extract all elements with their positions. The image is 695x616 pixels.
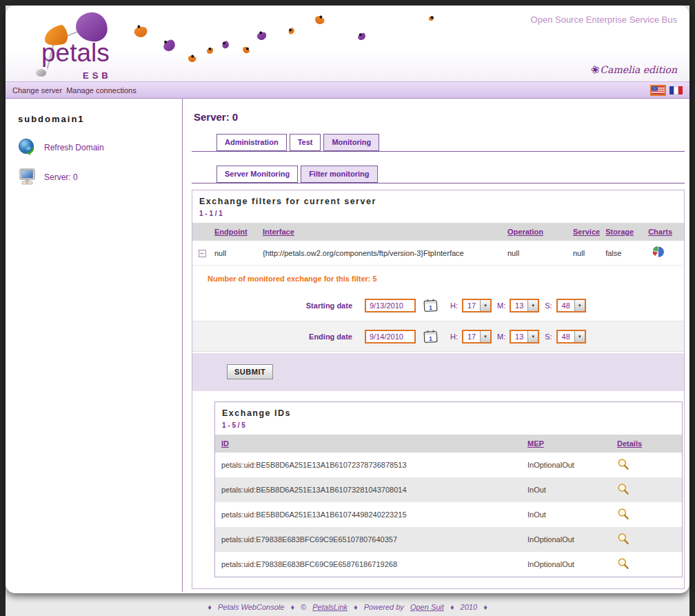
chevron-down-icon[interactable]: ▼ — [527, 300, 538, 311]
tab-administration[interactable]: Administration — [216, 134, 287, 151]
petal-decoration — [314, 14, 325, 26]
server-monitor-icon — [18, 168, 37, 186]
svg-text:1: 1 — [429, 304, 432, 311]
calendar-icon[interactable]: 1 — [423, 329, 439, 344]
minutes-label: M: — [497, 301, 505, 310]
collapse-icon[interactable]: − — [199, 250, 206, 257]
chevron-down-icon[interactable]: ▼ — [574, 331, 585, 342]
petal-decoration — [358, 33, 366, 41]
sidebar-item-server-0[interactable]: Server: 0 — [18, 168, 182, 186]
filter-row: − null {http://petals.ow2.org/components… — [192, 241, 684, 265]
exchange-ids-pagination: 1 - 5 / 5 — [215, 419, 682, 435]
ending-date-label: Ending date — [192, 332, 352, 341]
diamond-icon: ♦ — [354, 603, 358, 611]
mep-cell: InOut — [521, 502, 611, 527]
ending-date-input[interactable] — [365, 330, 416, 344]
tab-server-monitoring[interactable]: Server Monitoring — [216, 166, 298, 183]
brand-sub: ESB — [83, 70, 112, 81]
powered-by-label: Powered by — [364, 603, 404, 611]
magnifier-icon[interactable] — [617, 458, 629, 470]
magnifier-icon[interactable] — [617, 483, 629, 495]
submit-button[interactable]: SUBMIT — [227, 364, 273, 379]
hours-label: H: — [450, 301, 458, 310]
logo-purple-petal — [75, 11, 109, 42]
starting-seconds-select[interactable]: 48 ▼ — [556, 299, 586, 312]
petal-decoration — [242, 46, 250, 54]
submit-area: SUBMIT — [192, 353, 684, 391]
magnifier-icon[interactable] — [617, 557, 629, 570]
starting-minutes-select[interactable]: 13 ▼ — [510, 299, 539, 312]
filters-table: Endpoint Interface Operation Service Sto… — [192, 223, 684, 265]
magnifier-icon[interactable] — [617, 533, 629, 545]
page-title: Server: 0 — [194, 111, 685, 123]
tab-filter-monitoring[interactable]: Filter monitoring — [301, 166, 377, 183]
tab-monitoring[interactable]: Monitoring — [323, 134, 379, 151]
copyright-symbol: © — [301, 603, 306, 611]
app-header: petals ESB Open Source Enterprise Servic… — [6, 6, 689, 81]
mep-cell: InOptionalOut — [521, 552, 611, 577]
chevron-down-icon[interactable]: ▼ — [480, 300, 490, 311]
filters-pagination: 1 - 1 / 1 — [192, 208, 684, 223]
diamond-icon: ♦ — [450, 603, 454, 611]
sidebar-item-label: Refresh Domain — [44, 143, 104, 152]
change-server-link[interactable]: Change server — [12, 86, 62, 95]
pie-chart-icon[interactable] — [652, 246, 664, 258]
footer-year: 2010 — [461, 603, 477, 611]
exchange-id-row: petals:uid:E79838E683BFC69C9E65107807640… — [215, 527, 682, 552]
edition-label: ❀Camelia edition — [591, 63, 677, 76]
column-storage[interactable]: Storage — [605, 228, 634, 236]
column-charts[interactable]: Charts — [648, 228, 672, 236]
starting-hours-select[interactable]: 17 ▼ — [462, 299, 492, 312]
mep-cell: InOptionalOut — [521, 527, 611, 552]
id-cell: petals:uid:E79838E683BFC69C9E65107807640… — [215, 527, 521, 552]
interface-cell: {http://petals.ow2.org/components/ftp/ve… — [260, 241, 505, 265]
petals-esb-logo: petals ESB — [34, 11, 179, 80]
petalslink-link[interactable]: PetalsLink — [312, 603, 348, 611]
column-interface[interactable]: Interface — [263, 228, 294, 236]
column-endpoint[interactable]: Endpoint — [214, 228, 248, 236]
exchange-ids-table: ID MEP Details petals:uid:BE5B8D6A251E13… — [215, 435, 682, 577]
chevron-down-icon[interactable]: ▼ — [527, 331, 538, 342]
starting-date-input[interactable] — [365, 299, 416, 312]
tab-test[interactable]: Test — [290, 134, 321, 151]
diamond-icon: ♦ — [483, 603, 487, 611]
diamond-icon: ♦ — [208, 603, 212, 611]
id-cell: petals:uid:E79838E683BFC69C9E65876186719… — [215, 552, 521, 577]
sidebar-item-refresh-domain[interactable]: Refresh Domain — [18, 138, 182, 157]
chevron-down-icon[interactable]: ▼ — [480, 331, 490, 342]
open-suit-link[interactable]: Open Suit — [410, 603, 444, 611]
chevron-down-icon[interactable]: ▼ — [574, 300, 585, 311]
column-id[interactable]: ID — [221, 439, 229, 448]
id-cell: petals:uid:BE5B8D6A251E13A1B610744982402… — [215, 502, 521, 527]
exchange-ids-title: Exchange IDs — [215, 402, 682, 419]
ending-seconds-select[interactable]: 48 ▼ — [556, 330, 586, 344]
english-flag-icon[interactable] — [652, 86, 665, 95]
magnifier-icon[interactable] — [617, 508, 629, 520]
column-operation[interactable]: Operation — [507, 228, 543, 236]
primary-tabs: Administration Test Monitoring — [192, 134, 685, 152]
id-cell: petals:uid:BE5B8D6A251E13A1B610723787368… — [215, 453, 521, 477]
column-details[interactable]: Details — [617, 439, 642, 448]
filters-title: Exchange filters for current server — [192, 190, 684, 208]
seconds-label: S: — [545, 301, 552, 310]
column-service[interactable]: Service — [573, 228, 600, 236]
petal-decoration — [428, 15, 434, 21]
petal-decoration — [288, 27, 296, 34]
logo-mouse-icon — [36, 69, 46, 77]
calendar-icon[interactable]: 1 — [423, 298, 439, 312]
edition-text: Camelia edition — [600, 64, 677, 75]
menu-bar: Change server Manage connections — [6, 81, 689, 99]
column-mep[interactable]: MEP — [527, 439, 544, 448]
operation-cell: null — [505, 241, 570, 265]
svg-text:1: 1 — [429, 335, 432, 342]
french-flag-icon[interactable] — [669, 86, 683, 95]
exchange-id-row: petals:uid:E79838E683BFC69C9E65876186719… — [215, 552, 682, 577]
filters-header-row: Endpoint Interface Operation Service Sto… — [192, 223, 684, 241]
petal-decoration — [256, 31, 268, 41]
manage-connections-link[interactable]: Manage connections — [66, 86, 137, 95]
exchange-ids-header-row: ID MEP Details — [215, 435, 682, 453]
exchange-filters-panel: Exchange filters for current server 1 - … — [192, 190, 685, 589]
expander-header — [192, 223, 212, 241]
ending-hours-select[interactable]: 17 ▼ — [462, 330, 492, 344]
ending-minutes-select[interactable]: 13 ▼ — [510, 330, 539, 344]
